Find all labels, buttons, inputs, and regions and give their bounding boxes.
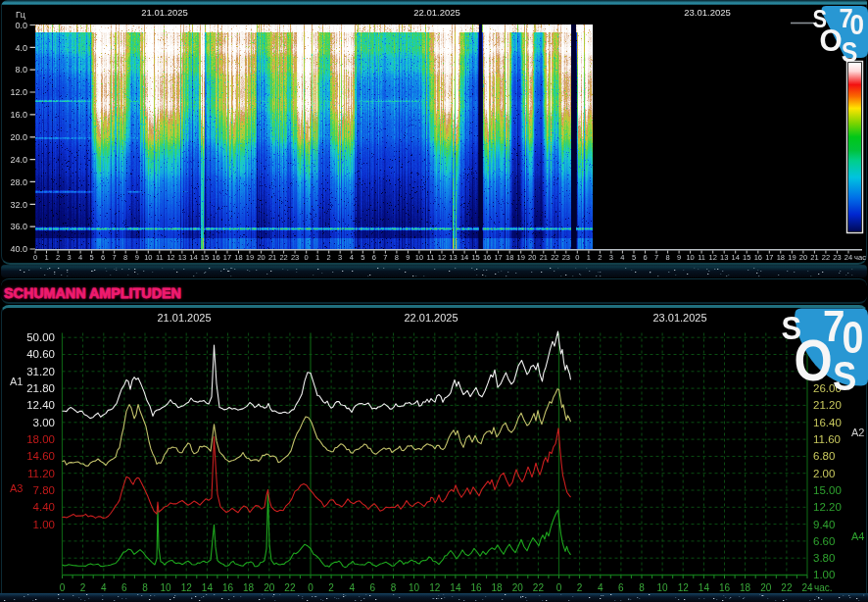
svg-text:11.20: 11.20: [27, 468, 55, 479]
svg-text:1: 1: [44, 253, 48, 262]
svg-text:16: 16: [754, 253, 762, 262]
svg-text:O: O: [820, 23, 843, 58]
svg-text:23: 23: [291, 253, 299, 262]
svg-text:18: 18: [234, 253, 242, 262]
svg-text:18: 18: [777, 253, 785, 262]
svg-text:10: 10: [409, 582, 420, 593]
svg-text:4: 4: [101, 582, 107, 593]
svg-text:8: 8: [639, 582, 645, 593]
svg-text:3: 3: [68, 253, 72, 262]
svg-text:час.: час.: [814, 582, 833, 593]
svg-text:6: 6: [101, 253, 105, 262]
svg-text:19: 19: [246, 253, 254, 262]
svg-text:23.01.2025: 23.01.2025: [684, 7, 731, 18]
svg-text:17: 17: [765, 253, 773, 262]
svg-text:21: 21: [540, 253, 548, 262]
svg-text:12.40: 12.40: [26, 399, 55, 411]
svg-text:4: 4: [349, 582, 355, 593]
svg-text:Гц: Гц: [16, 10, 25, 20]
svg-text:7: 7: [113, 253, 117, 262]
svg-text:22: 22: [533, 582, 545, 593]
svg-text:21: 21: [268, 253, 276, 262]
svg-text:15: 15: [201, 253, 209, 262]
svg-text:24: 24: [844, 253, 852, 262]
svg-text:A1: A1: [10, 376, 23, 387]
svg-text:1.00: 1.00: [33, 519, 55, 530]
svg-text:18: 18: [506, 253, 513, 262]
svg-text:7.80: 7.80: [33, 484, 55, 496]
svg-text:2: 2: [577, 582, 583, 593]
svg-text:22: 22: [284, 582, 296, 593]
svg-text:18: 18: [740, 582, 751, 593]
svg-text:50.00: 50.00: [26, 331, 55, 343]
svg-text:3: 3: [338, 253, 342, 262]
svg-text:0: 0: [575, 253, 579, 262]
svg-text:6: 6: [618, 582, 624, 593]
svg-text:21.01.2025: 21.01.2025: [141, 7, 188, 18]
svg-text:4: 4: [598, 582, 603, 593]
svg-text:3: 3: [609, 253, 613, 262]
svg-text:5: 5: [361, 253, 364, 262]
svg-text:20: 20: [799, 253, 807, 262]
svg-text:10: 10: [415, 253, 423, 262]
svg-text:36.0: 36.0: [10, 222, 27, 231]
svg-text:40.0: 40.0: [10, 244, 27, 254]
svg-text:13: 13: [449, 253, 457, 262]
svg-text:21.20: 21.20: [813, 399, 842, 411]
svg-text:10: 10: [657, 582, 669, 593]
svg-text:14: 14: [732, 253, 740, 262]
svg-text:9: 9: [135, 253, 139, 262]
svg-text:9: 9: [677, 253, 681, 262]
svg-text:7: 7: [654, 253, 658, 262]
svg-text:12: 12: [438, 253, 446, 262]
svg-text:17: 17: [494, 253, 502, 262]
svg-text:14: 14: [460, 253, 468, 262]
svg-text:6: 6: [372, 253, 376, 262]
svg-text:28.0: 28.0: [10, 177, 27, 187]
svg-text:5: 5: [632, 253, 636, 262]
svg-text:16: 16: [470, 582, 482, 593]
svg-text:20: 20: [257, 253, 265, 262]
svg-text:6.80: 6.80: [813, 450, 835, 462]
svg-text:12: 12: [167, 253, 174, 262]
svg-text:15: 15: [743, 253, 750, 262]
svg-text:0: 0: [33, 253, 37, 262]
svg-text:20: 20: [264, 582, 275, 593]
svg-text:7: 7: [383, 253, 387, 262]
svg-text:0: 0: [305, 253, 309, 262]
svg-text:2: 2: [328, 582, 334, 593]
svg-text:22: 22: [822, 253, 830, 262]
svg-text:16.0: 16.0: [10, 110, 27, 120]
svg-text:24.0: 24.0: [10, 155, 27, 165]
svg-text:12.20: 12.20: [813, 501, 842, 513]
svg-text:10: 10: [161, 582, 172, 593]
svg-text:16: 16: [483, 253, 491, 262]
svg-text:19: 19: [788, 253, 796, 262]
svg-text:O: O: [795, 326, 833, 392]
svg-text:16.40: 16.40: [813, 417, 842, 428]
svg-text:16: 16: [222, 582, 234, 593]
svg-text:20.0: 20.0: [10, 132, 27, 142]
svg-text:18: 18: [243, 582, 255, 593]
svg-text:11: 11: [427, 253, 435, 262]
svg-text:A4: A4: [851, 530, 864, 542]
svg-text:1.00: 1.00: [813, 569, 835, 580]
svg-text:6: 6: [643, 253, 647, 262]
svg-text:23: 23: [562, 253, 570, 262]
svg-text:A2: A2: [851, 426, 864, 438]
svg-text:6: 6: [121, 582, 127, 593]
svg-text:15: 15: [471, 253, 479, 262]
svg-text:4.40: 4.40: [33, 501, 55, 513]
svg-text:9: 9: [406, 253, 410, 262]
svg-text:S: S: [842, 37, 858, 69]
svg-text:12: 12: [678, 582, 690, 593]
svg-text:13: 13: [720, 253, 728, 262]
svg-text:час: час: [854, 253, 866, 262]
svg-text:4: 4: [350, 253, 354, 262]
svg-text:12: 12: [181, 582, 193, 593]
svg-text:22.01.2025: 22.01.2025: [413, 7, 460, 18]
svg-text:13: 13: [178, 253, 186, 262]
svg-text:21.01.2025: 21.01.2025: [157, 312, 211, 324]
svg-text:18: 18: [492, 582, 504, 593]
svg-text:S: S: [833, 353, 856, 399]
